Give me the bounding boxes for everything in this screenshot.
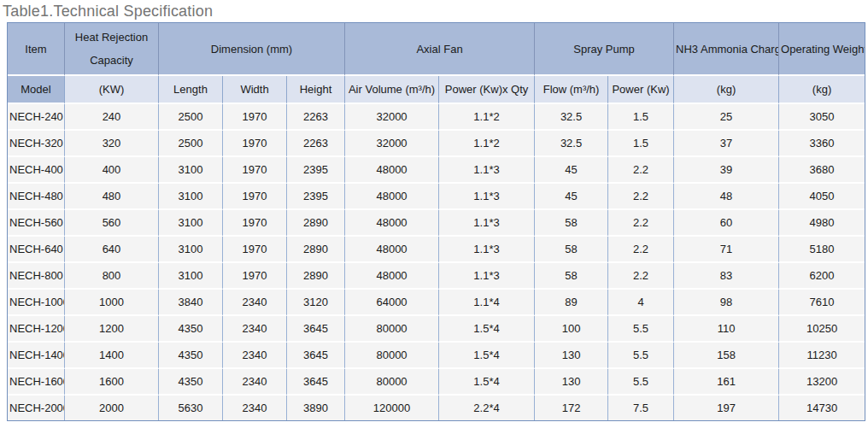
value-cell: 1.1*2 (439, 131, 535, 157)
subheader-weight-kg: (kg) (779, 76, 865, 104)
subheader-width: Width (223, 76, 287, 104)
value-cell: 2263 (287, 131, 345, 157)
value-cell: 58 (535, 263, 608, 290)
value-cell: 1000 (65, 290, 159, 316)
value-cell: 5.5 (608, 343, 674, 369)
value-cell: 4 (608, 290, 674, 316)
value-cell: 197 (674, 396, 779, 420)
value-cell: 1.1*2 (439, 104, 535, 131)
value-cell: 240 (65, 104, 159, 131)
value-cell: 4350 (159, 316, 223, 343)
value-cell: 1.1*3 (439, 157, 535, 184)
value-cell: 48000 (345, 157, 439, 184)
value-cell: 480 (65, 184, 159, 210)
value-cell: 39 (674, 157, 779, 184)
value-cell: 3645 (287, 369, 345, 396)
header-operating-weight: Operating Weight (779, 23, 865, 76)
model-cell: NECH-640 (8, 237, 65, 263)
value-cell: 7610 (779, 290, 865, 316)
value-cell: 80000 (345, 316, 439, 343)
subheader-row: Model (KW) Length Width Height Air Volum… (8, 76, 865, 104)
table-row: NECH-320320250019702263320001.1*232.51.5… (8, 131, 865, 157)
header-heat-rejection-line2: Capacity (67, 49, 156, 72)
value-cell: 130 (535, 369, 608, 396)
value-cell: 80000 (345, 369, 439, 396)
page-title: Table1.Technical Specification (0, 0, 868, 21)
subheader-kw: (KW) (65, 76, 159, 104)
value-cell: 3050 (779, 104, 865, 131)
value-cell: 48000 (345, 263, 439, 290)
value-cell: 2.2 (608, 157, 674, 184)
value-cell: 4350 (159, 343, 223, 369)
value-cell: 2.2 (608, 210, 674, 237)
value-cell: 5.5 (608, 369, 674, 396)
value-cell: 640 (65, 237, 159, 263)
value-cell: 45 (535, 157, 608, 184)
header-item: Item (8, 23, 65, 76)
value-cell: 60 (674, 210, 779, 237)
table-row: NECH-560560310019702890480001.1*3582.260… (8, 210, 865, 237)
value-cell: 2000 (65, 396, 159, 420)
value-cell: 1970 (223, 237, 287, 263)
value-cell: 1.5 (608, 104, 674, 131)
value-cell: 2340 (223, 290, 287, 316)
value-cell: 3360 (779, 131, 865, 157)
header-dimension: Dimension (mm) (159, 23, 345, 76)
subheader-height: Height (287, 76, 345, 104)
value-cell: 3100 (159, 210, 223, 237)
value-cell: 161 (674, 369, 779, 396)
value-cell: 2500 (159, 104, 223, 131)
table-row: NECH-10001000384023403120640001.1*489498… (8, 290, 865, 316)
value-cell: 3120 (287, 290, 345, 316)
value-cell: 1400 (65, 343, 159, 369)
value-cell: 48 (674, 184, 779, 210)
table-row: NECH-800800310019702890480001.1*3582.283… (8, 263, 865, 290)
value-cell: 7.5 (608, 396, 674, 420)
model-cell: NECH-1400 (8, 343, 65, 369)
value-cell: 1.1*3 (439, 184, 535, 210)
value-cell: 11230 (779, 343, 865, 369)
value-cell: 1.1*3 (439, 263, 535, 290)
value-cell: 83 (674, 263, 779, 290)
table-body: NECH-240240250019702263320001.1*232.51.5… (8, 104, 865, 420)
header-spray-pump: Spray Pump (535, 23, 674, 76)
value-cell: 37 (674, 131, 779, 157)
value-cell: 1.1*3 (439, 237, 535, 263)
value-cell: 1.1*3 (439, 210, 535, 237)
value-cell: 10250 (779, 316, 865, 343)
value-cell: 1970 (223, 131, 287, 157)
group-header-row: Item Heat Rejection Capacity Dimension (… (8, 23, 865, 76)
value-cell: 2340 (223, 369, 287, 396)
value-cell: 48000 (345, 237, 439, 263)
value-cell: 4350 (159, 369, 223, 396)
value-cell: 2500 (159, 131, 223, 157)
header-heat-rejection-capacity: Heat Rejection Capacity (65, 23, 159, 76)
table-row: NECH-480480310019702395480001.1*3452.248… (8, 184, 865, 210)
value-cell: 1970 (223, 157, 287, 184)
value-cell: 2395 (287, 157, 345, 184)
value-cell: 320 (65, 131, 159, 157)
model-cell: NECH-1000 (8, 290, 65, 316)
table-row: NECH-14001400435023403645800001.5*41305.… (8, 343, 865, 369)
value-cell: 1200 (65, 316, 159, 343)
subheader-flow: Flow (m³/h) (535, 76, 608, 104)
subheader-length: Length (159, 76, 223, 104)
value-cell: 1.5*4 (439, 343, 535, 369)
value-cell: 32.5 (535, 104, 608, 131)
value-cell: 2.2 (608, 184, 674, 210)
value-cell: 2.2 (608, 263, 674, 290)
subheader-pump-power: Power (Kw) (608, 76, 674, 104)
value-cell: 158 (674, 343, 779, 369)
model-cell: NECH-400 (8, 157, 65, 184)
value-cell: 2263 (287, 104, 345, 131)
value-cell: 48000 (345, 184, 439, 210)
model-cell: NECH-560 (8, 210, 65, 237)
model-cell: NECH-800 (8, 263, 65, 290)
value-cell: 4050 (779, 184, 865, 210)
model-cell: NECH-240 (8, 104, 65, 131)
table-row: NECH-12001200435023403645800001.5*41005.… (8, 316, 865, 343)
value-cell: 3680 (779, 157, 865, 184)
value-cell: 1970 (223, 263, 287, 290)
value-cell: 2890 (287, 263, 345, 290)
value-cell: 2.2 (608, 237, 674, 263)
